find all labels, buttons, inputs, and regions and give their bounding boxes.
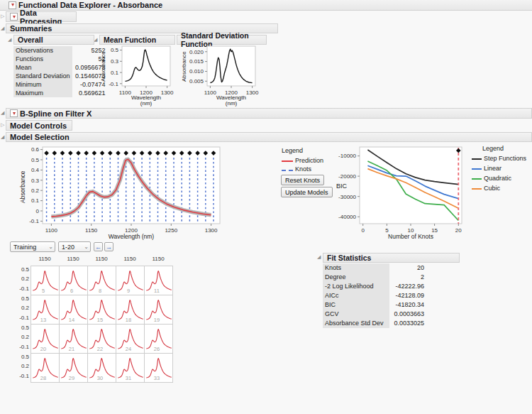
section-label: Mean Function (104, 36, 156, 44)
chevron-down-icon: ⌄ (48, 244, 53, 250)
disclosure-collapsed-icon[interactable]: ▷ (1, 122, 4, 127)
section-sd-function[interactable]: Standard Deviation Function (177, 35, 267, 45)
training-function-cell[interactable]: 5 (31, 266, 60, 295)
function-id-label: 28 (31, 375, 55, 381)
training-function-cell[interactable]: 6 (59, 266, 88, 295)
stat-value: 0.0003663 (389, 310, 426, 319)
stat-label: Minimum (13, 80, 72, 89)
svg-text:0.015: 0.015 (189, 58, 204, 65)
prev-page-button[interactable]: ← (94, 242, 103, 251)
training-function-cell[interactable]: 26 (144, 324, 173, 354)
svg-text:-30000: -30000 (338, 194, 356, 200)
stat-label: -2 Log Likelihood (323, 282, 389, 291)
legend-entry-knots: Knots (295, 165, 311, 173)
stat-label: Maximum (13, 89, 72, 97)
svg-text:0.3: 0.3 (111, 58, 119, 65)
svg-text:-0.1: -0.1 (109, 81, 118, 87)
red-triangle-menu-icon[interactable] (9, 1, 16, 9)
training-function-cell[interactable]: 21 (59, 324, 88, 354)
reset-knots-button[interactable]: Reset Knots (281, 175, 324, 185)
function-id-label: 5 (31, 288, 55, 294)
function-id-label: 15 (88, 317, 112, 323)
training-function-cell[interactable]: 9 (116, 266, 145, 295)
training-function-cell[interactable]: 11 (144, 266, 173, 295)
training-function-cell[interactable]: 8 (87, 266, 116, 295)
section-model-controls[interactable]: Model Controls (6, 120, 72, 131)
function-range-dropdown[interactable]: 1-20 ⌄ (58, 241, 91, 252)
legend-entry-prediction: Prediction (295, 157, 323, 164)
training-function-cell[interactable]: 15 (87, 295, 116, 325)
svg-text:0.010: 0.010 (189, 68, 204, 75)
disclosure-expanded-icon[interactable]: ◢ (1, 26, 4, 31)
training-function-cell[interactable]: 14 (59, 295, 88, 325)
svg-text:0.1: 0.1 (111, 70, 119, 76)
disclosure-collapsed-icon[interactable]: ▷ (1, 13, 4, 18)
knots-line-swatch (282, 170, 293, 171)
function-range-value: 1-20 (62, 244, 74, 251)
disclosure-expanded-icon[interactable]: ◢ (317, 254, 321, 259)
svg-text:0.5: 0.5 (31, 157, 40, 163)
training-function-cell[interactable]: 30 (87, 353, 116, 383)
stat-value: 2 (389, 273, 426, 282)
training-function-cell[interactable]: 18 (116, 295, 145, 325)
section-fit-statistics[interactable]: Fit Statistics (323, 253, 460, 263)
disclosure-expanded-icon[interactable]: ◢ (1, 110, 4, 115)
svg-text:0: 0 (36, 208, 40, 214)
stat-value: 0.0033025 (389, 319, 426, 328)
grid-ytick-label: -0.1 (17, 315, 29, 321)
section-mean-function[interactable]: Mean Function (99, 35, 175, 45)
legend-entry-cubic: Cubic (484, 185, 500, 192)
training-set-value: Training (13, 244, 36, 251)
training-grid: 115011501150115011500.50.2-0.15689110.50… (17, 256, 174, 385)
report-title-bar[interactable]: Functional Data Explorer - Absorbance (0, 0, 532, 11)
function-id-label: 29 (60, 375, 84, 381)
function-id-label: 6 (60, 288, 84, 294)
training-function-cell[interactable]: 29 (59, 353, 88, 383)
disclosure-expanded-icon[interactable]: ◢ (8, 37, 11, 42)
training-set-dropdown[interactable]: Training ⌄ (10, 241, 55, 252)
arrow-right-icon: → (106, 244, 112, 251)
grid-col-header: 1150 (31, 256, 59, 262)
training-function-cell[interactable]: 20 (31, 324, 60, 354)
fit-statistics-table: Knots20 Degree2 -2 Log Likelihood-42222.… (323, 263, 426, 328)
function-id-label: 31 (116, 375, 140, 381)
bic-plot[interactable]: -10000-20000-30000-4000005101520 (328, 143, 467, 243)
training-function-cell[interactable]: 13 (31, 295, 60, 325)
svg-text:0.005: 0.005 (189, 78, 204, 85)
training-function-cell[interactable]: 31 (116, 353, 145, 383)
x-axis-label: Wavelength (nm) (43, 233, 220, 240)
training-function-cell[interactable]: 33 (144, 353, 173, 383)
training-function-cell[interactable]: 19 (144, 295, 173, 325)
cubic-swatch (472, 188, 482, 190)
stat-label: Functions (13, 55, 72, 63)
training-function-cell[interactable]: 24 (116, 324, 145, 354)
update-models-button[interactable]: Update Models (281, 187, 333, 197)
section-data-processing[interactable]: Data Processing (6, 11, 77, 22)
section-overall[interactable]: Overall (13, 35, 94, 45)
svg-text:0.6: 0.6 (31, 146, 40, 153)
grid-ytick-label: -0.1 (17, 285, 29, 292)
grid-ytick-label: 0.5 (17, 354, 29, 360)
grid-ytick-label: -0.1 (17, 373, 29, 379)
grid-col-header: 1150 (87, 256, 116, 262)
stat-value: -41820.34 (389, 300, 426, 310)
stat-label: Degree (323, 273, 389, 282)
grid-col-header: 1150 (59, 256, 87, 262)
red-triangle-menu-icon[interactable] (10, 109, 18, 117)
legend-entry-linear: Linear (484, 165, 501, 172)
section-label: Summaries (10, 24, 52, 33)
function-id-label: 11 (145, 288, 169, 294)
disclosure-expanded-icon[interactable]: ◢ (1, 134, 4, 139)
jmp-report-window: ◢ ▷ ◢ ◢ ◢ ◢ ◢ ▷ ◢ ◢ Functional Data Expl… (0, 0, 532, 414)
red-triangle-menu-icon[interactable] (10, 13, 18, 21)
section-bspline[interactable]: B-Spline on Filter X (6, 108, 532, 119)
training-function-cell[interactable]: 28 (31, 353, 60, 383)
svg-text:0.3: 0.3 (31, 178, 40, 184)
training-function-cell[interactable]: 22 (87, 324, 116, 354)
next-page-button[interactable]: → (104, 242, 113, 251)
function-id-label: 24 (116, 346, 140, 352)
stat-value: -42222.96 (389, 282, 426, 291)
model-selection-plot[interactable]: 0.60.50.40.30.20.10-0.111001150120012501… (18, 143, 226, 243)
section-model-selection[interactable]: Model Selection (6, 132, 532, 142)
stat-label: Observations (13, 46, 72, 55)
